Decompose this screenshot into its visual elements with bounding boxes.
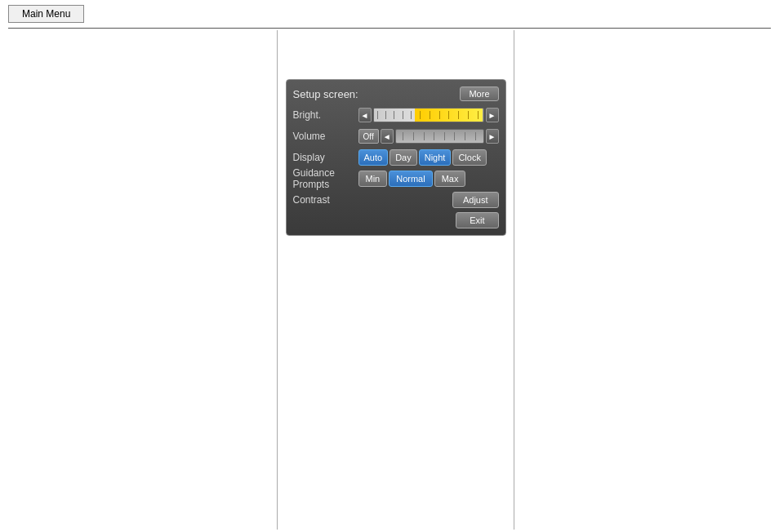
- tick: [439, 111, 440, 119]
- tick: [478, 111, 479, 119]
- tick: [448, 111, 449, 119]
- tick: [385, 111, 386, 119]
- guidance-min-btn[interactable]: Min: [358, 171, 388, 187]
- tick: [411, 111, 412, 119]
- tick: [475, 132, 476, 140]
- guidance-normal-btn[interactable]: Normal: [389, 171, 432, 187]
- bright-right-btn[interactable]: ►: [486, 108, 499, 122]
- display-controls: Auto Day Night Clock: [358, 149, 499, 166]
- contrast-row: Contrast Adjust: [293, 191, 499, 209]
- setup-screen-title: Setup screen:: [293, 88, 358, 100]
- exit-row: Exit: [293, 212, 499, 228]
- setup-screen-header: Setup screen: More: [293, 86, 499, 101]
- display-row: Display Auto Day Night Clock: [293, 149, 499, 166]
- tick: [394, 111, 394, 119]
- display-clock-btn[interactable]: Clock: [452, 149, 487, 166]
- bright-slider: ◄: [358, 108, 499, 122]
- volume-left-btn[interactable]: ◄: [381, 129, 394, 144]
- bright-label: Bright.: [293, 109, 358, 121]
- main-menu-button[interactable]: Main Menu: [8, 5, 84, 23]
- header: Main Menu: [0, 0, 779, 28]
- bright-row: Bright. ◄: [293, 106, 499, 124]
- header-divider: [8, 28, 771, 29]
- tick: [413, 132, 414, 140]
- main-columns: Setup screen: More Bright. ◄: [0, 30, 779, 530]
- tick: [468, 111, 469, 119]
- contrast-label: Contrast: [293, 194, 358, 206]
- tick: [377, 111, 378, 119]
- left-column: [0, 30, 278, 530]
- tick: [403, 111, 403, 119]
- volume-track: [395, 129, 484, 144]
- display-day-btn[interactable]: Day: [390, 149, 417, 166]
- bright-track: [373, 108, 484, 122]
- adjust-button[interactable]: Adjust: [452, 192, 499, 208]
- volume-right-btn[interactable]: ►: [486, 129, 499, 144]
- setup-screen-widget: Setup screen: More Bright. ◄: [286, 79, 506, 236]
- guidance-max-btn[interactable]: Max: [434, 171, 466, 187]
- more-button[interactable]: More: [460, 86, 498, 101]
- tick: [458, 111, 459, 119]
- display-auto-btn[interactable]: Auto: [358, 149, 389, 166]
- tick: [403, 132, 403, 140]
- tick: [420, 111, 421, 119]
- right-column: [514, 30, 779, 530]
- guidance-prompts-label: Guidance Prompts: [293, 167, 358, 190]
- bright-fill-right: [415, 109, 483, 122]
- volume-off-btn[interactable]: Off: [358, 129, 379, 144]
- tick: [430, 111, 430, 119]
- contrast-controls: Adjust: [358, 192, 499, 208]
- tick: [444, 132, 445, 140]
- tick: [434, 132, 434, 140]
- volume-label: Volume: [293, 131, 358, 142]
- display-night-btn[interactable]: Night: [419, 149, 452, 166]
- display-label: Display: [293, 152, 358, 163]
- tick: [424, 132, 425, 140]
- volume-slider: Off ◄ ►: [358, 129, 499, 144]
- tick: [454, 132, 455, 140]
- bright-left-btn[interactable]: ◄: [358, 108, 372, 122]
- tick: [465, 132, 465, 140]
- exit-button[interactable]: Exit: [456, 212, 498, 228]
- guidance-prompts-row: Guidance Prompts Min Normal Max: [293, 170, 499, 188]
- bright-fill-left: [374, 109, 416, 122]
- center-column: Setup screen: More Bright. ◄: [278, 30, 514, 530]
- volume-row: Volume Off ◄ ►: [293, 127, 499, 145]
- guidance-controls: Min Normal Max: [358, 171, 499, 187]
